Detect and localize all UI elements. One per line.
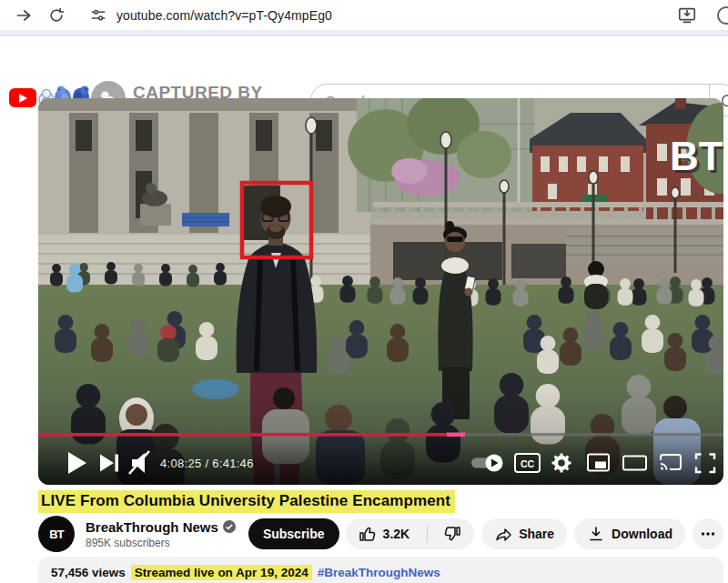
subscribe-button[interactable]: Subscribe [248,518,339,549]
share-button[interactable]: Share [481,518,567,549]
install-app-icon[interactable] [677,5,697,25]
action-buttons: 3.2K Share Download [346,518,723,549]
progress-played[interactable] [38,433,447,437]
more-dots-icon [700,526,716,542]
video-player[interactable]: BT BT 4:08:25 / 6:41:46 [38,98,723,485]
youtube-logo-icon[interactable] [9,88,36,107]
like-count: 3.2K [383,527,410,541]
refresh-icon[interactable] [47,6,66,25]
dislike-button[interactable] [434,518,474,549]
video-title-row: LIVE From Columbia University Palestine … [38,490,455,513]
verified-badge-icon [223,520,236,533]
subscriber-count: 895K subscribers [86,537,236,549]
forward-icon[interactable] [15,6,33,25]
like-button[interactable]: 3.2K [346,518,421,549]
channel-meta: BreakThrough News 895K subscribers [86,519,236,549]
channel-name[interactable]: BreakThrough News [86,519,218,535]
like-dislike-pill: 3.2K [346,518,475,549]
video-title: LIVE From Columbia University Palestine … [38,490,455,513]
browser-toolbar: youtube.com/watch?v=pT-Qy4mpEg0 [0,0,728,30]
view-count: 57,456 views [51,566,126,579]
site-settings-icon[interactable] [89,6,107,25]
like-divider [427,525,428,543]
more-actions-button[interactable] [693,518,723,549]
channel-watermark: BT BT [670,134,723,181]
channel-avatar[interactable]: BT [38,516,75,552]
thumbs-up-icon [359,525,377,543]
stream-date: Streamed live on Apr 19, 2024 [131,565,312,580]
download-button[interactable]: Download [574,518,685,549]
progress-scrubber[interactable] [447,433,465,437]
share-label: Share [519,527,554,541]
download-label: Download [612,527,672,541]
channel-row: BT BreakThrough News 895K subscribers Su… [38,515,723,553]
share-icon [494,525,512,543]
time-display: 4:08:25 / 6:41:46 [160,457,254,470]
youtube-header: CAPTURED BY CANARY MISSION [0,36,728,96]
svg-text:CC: CC [521,458,535,469]
captions-icon[interactable]: CC [515,454,540,472]
description-box[interactable]: 57,456 views Streamed live on Apr 19, 20… [38,557,723,583]
thumbs-down-icon [443,525,461,543]
url-text[interactable]: youtube.com/watch?v=pT-Qy4mpEg0 [116,8,332,23]
hashtag-link[interactable]: #BreakThroughNews [318,566,440,579]
browser-divider [0,30,728,36]
page: youtube.com/watch?v=pT-Qy4mpEg0 [0,0,728,583]
download-icon [587,525,605,543]
svg-text:BT: BT [670,134,723,178]
address-bar[interactable]: youtube.com/watch?v=pT-Qy4mpEg0 [78,6,728,25]
